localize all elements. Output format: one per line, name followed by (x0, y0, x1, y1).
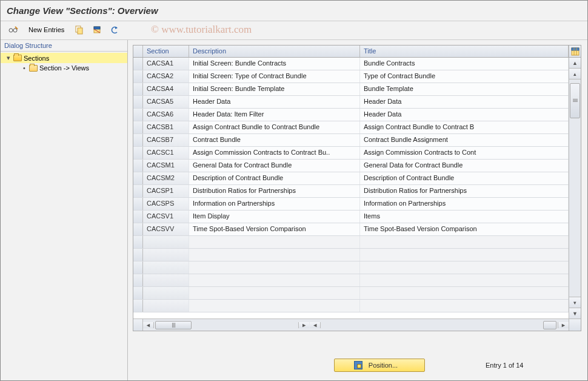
cell-section-empty[interactable] (143, 274, 189, 286)
cell-section[interactable]: CACSVV (143, 223, 189, 235)
cell-title[interactable]: General Data for Contract Bundle (360, 160, 569, 172)
col-header-description[interactable]: Description (189, 46, 360, 57)
cell-title[interactable]: Assign Commission Contracts to Cont (360, 147, 569, 159)
cell-title[interactable]: Distribution Ratios for Partnerships (360, 185, 569, 197)
cell-title-empty[interactable] (360, 249, 569, 261)
cell-description[interactable]: Item Display (189, 211, 360, 223)
table-row[interactable]: CACSV1Item DisplayItems (133, 211, 569, 223)
scroll-line-down-button[interactable]: ▾ (569, 297, 581, 308)
configure-columns-button[interactable] (569, 46, 581, 57)
cell-title[interactable]: Bundle Template (360, 83, 569, 95)
row-selector[interactable] (133, 96, 143, 108)
cell-title-empty[interactable] (360, 236, 569, 248)
cell-description[interactable]: General Data for Contract Bundle (189, 160, 360, 172)
cell-section[interactable]: CACSPS (143, 198, 189, 210)
row-selector[interactable] (133, 109, 143, 121)
cell-description-empty[interactable] (189, 274, 360, 286)
cell-description[interactable]: Contract Bundle (189, 134, 360, 146)
row-selector[interactable] (133, 185, 143, 197)
toggle-display-change-button[interactable] (5, 24, 21, 36)
row-selector[interactable] (133, 83, 143, 95)
table-row-empty[interactable] (133, 236, 569, 249)
table-row[interactable]: CACSA1Initial Screen: Bundle ContractsBu… (133, 58, 569, 70)
row-selector[interactable] (133, 160, 143, 172)
cell-title[interactable]: Header Data (360, 96, 569, 108)
cell-description[interactable]: Initial Screen: Type of Contract Bundle (189, 70, 360, 83)
cell-section[interactable]: CACSB1 (143, 121, 189, 133)
cell-description-empty[interactable] (189, 236, 360, 248)
scroll-right-button[interactable]: ► (558, 322, 569, 328)
cell-section[interactable]: CACSV1 (143, 211, 189, 223)
cell-section[interactable]: CACSA1 (143, 58, 189, 70)
cell-section[interactable]: CACSA5 (143, 96, 189, 108)
col-header-section[interactable]: Section (143, 46, 189, 57)
hscroll-thumb-right[interactable] (543, 321, 556, 329)
cell-section[interactable]: CACSP1 (143, 185, 189, 197)
hscroll-thumb-left[interactable] (155, 321, 192, 329)
row-selector[interactable] (133, 287, 143, 299)
table-row[interactable]: CACSP1Distribution Ratios for Partnershi… (133, 185, 569, 198)
cell-title-empty[interactable] (360, 300, 569, 312)
cell-section[interactable]: CACSA2 (143, 70, 189, 83)
cell-description[interactable]: Distribution Ratios for Partnerships (189, 185, 360, 197)
cell-title[interactable]: Items (360, 211, 569, 223)
cell-description[interactable]: Header Data (189, 96, 360, 108)
cell-description[interactable]: Initial Screen: Bundle Template (189, 83, 360, 95)
scroll-up-button[interactable]: ▲ (569, 58, 581, 69)
table-row-empty[interactable] (133, 287, 569, 300)
cell-description[interactable]: Time Spot-Based Version Comparison (189, 223, 360, 235)
row-selector[interactable] (133, 198, 143, 210)
cell-description[interactable]: Header Data: Item Filter (189, 109, 360, 121)
cell-section[interactable]: CACSM2 (143, 172, 189, 184)
row-selector[interactable] (133, 134, 143, 146)
table-row[interactable]: CACSA6Header Data: Item FilterHeader Dat… (133, 109, 569, 121)
row-selector[interactable] (133, 223, 143, 235)
scroll-line-up-button[interactable]: ▴ (569, 69, 581, 79)
hscroll-track-right[interactable] (321, 321, 558, 329)
table-row[interactable]: CACSA2Initial Screen: Type of Contract B… (133, 70, 569, 83)
cell-description-empty[interactable] (189, 249, 360, 261)
cell-description[interactable]: Assign Commission Contracts to Contract … (189, 147, 360, 159)
cell-title-empty[interactable] (360, 287, 569, 299)
cell-section-empty[interactable] (143, 300, 189, 312)
cell-description-empty[interactable] (189, 261, 360, 274)
table-row[interactable]: CACSM1General Data for Contract BundleGe… (133, 160, 569, 172)
cell-section-empty[interactable] (143, 236, 189, 248)
cell-description[interactable]: Information on Partnerships (189, 198, 360, 210)
tree-node-sections[interactable]: ▾ Sections (1, 53, 127, 63)
cell-description-empty[interactable] (189, 300, 360, 312)
cell-section-empty[interactable] (143, 287, 189, 299)
table-row[interactable]: CACSB7Contract BundleContract Bundle Ass… (133, 134, 569, 147)
row-selector[interactable] (133, 121, 143, 133)
cell-section[interactable]: CACSB7 (143, 134, 189, 146)
table-row[interactable]: CACSB1Assign Contract Bundle to Contract… (133, 121, 569, 134)
scroll-right-split-left-button[interactable]: ► (298, 322, 309, 328)
col-header-title[interactable]: Title (360, 46, 569, 57)
row-selector[interactable] (133, 70, 143, 83)
table-row-empty[interactable] (133, 249, 569, 261)
tree-node-section-views[interactable]: • Section -> Views (1, 63, 127, 73)
cell-section-empty[interactable] (143, 261, 189, 274)
row-selector[interactable] (133, 300, 143, 312)
hscroll-track-left[interactable] (154, 321, 298, 329)
position-button[interactable]: Position... (334, 359, 425, 372)
cell-title-empty[interactable] (360, 261, 569, 274)
row-selector[interactable] (133, 58, 143, 70)
scroll-down-button[interactable]: ▼ (569, 308, 581, 319)
cell-description[interactable]: Description of Contract Bundle (189, 172, 360, 184)
new-entries-button[interactable]: New Entries (23, 24, 70, 35)
row-selector[interactable] (133, 236, 143, 248)
cell-section[interactable]: CACSA4 (143, 83, 189, 95)
table-row[interactable]: CACSVVTime Spot-Based Version Comparison… (133, 223, 569, 236)
horizontal-scrollbar[interactable]: ◄ ► ◄ ► (133, 319, 581, 331)
scroll-left-button[interactable]: ◄ (143, 322, 154, 328)
row-selector[interactable] (133, 261, 143, 274)
table-row-empty[interactable] (133, 261, 569, 274)
delete-button[interactable] (89, 24, 105, 36)
table-row[interactable]: CACSM2Description of Contract BundleDesc… (133, 172, 569, 185)
cell-section[interactable]: CACSC1 (143, 147, 189, 159)
cell-section[interactable]: CACSA6 (143, 109, 189, 121)
vscroll-thumb[interactable] (570, 83, 580, 118)
table-row-empty[interactable] (133, 274, 569, 287)
tree-caret-icon[interactable]: ▾ (5, 54, 12, 62)
